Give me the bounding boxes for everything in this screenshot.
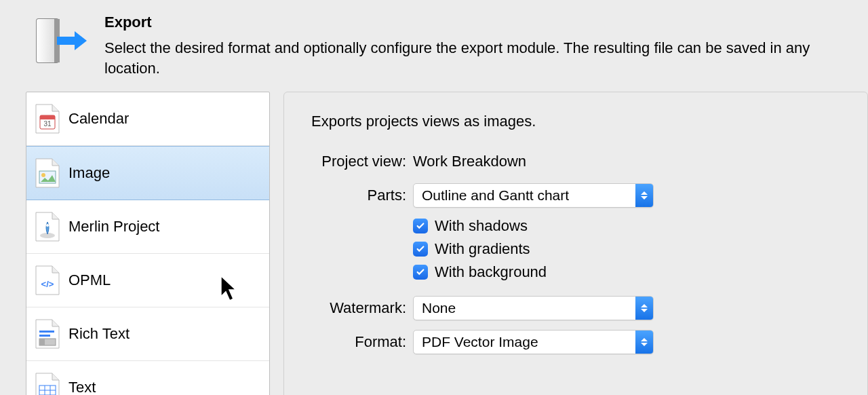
sidebar-item-label: Calendar [68,110,129,128]
opml-icon: </> [35,265,60,296]
options-panel: Exports projects views as images. Projec… [283,92,868,395]
sidebar-item-text[interactable]: Text [26,361,269,395]
svg-rect-14 [39,335,50,337]
gradients-label: With gradients [435,240,530,258]
svg-text:31: 31 [43,120,52,128]
shadows-checkbox[interactable] [413,219,428,233]
svg-marker-4 [75,31,87,50]
svg-rect-6 [40,115,55,119]
parts-select[interactable]: Outline and Gantt chart [413,183,654,208]
shadows-label: With shadows [435,217,528,235]
rich-text-icon [35,318,60,350]
svg-text:</>: </> [41,279,54,289]
parts-label: Parts: [311,187,413,204]
project-view-label: Project view: [311,153,413,170]
format-list: 31 Calendar Image Merlin Project </> OPM… [26,92,270,395]
calendar-icon: 31 [35,103,60,134]
svg-rect-13 [39,331,54,333]
text-icon [35,372,60,395]
sidebar-item-calendar[interactable]: 31 Calendar [26,92,269,146]
page-description: Select the desired format and optionally… [104,38,841,78]
sidebar-item-label: OPML [68,271,111,289]
sidebar-item-label: Rich Text [68,325,130,343]
sidebar-item-label: Image [68,164,110,182]
panel-description: Exports projects views as images. [311,113,840,130]
format-select[interactable]: PDF Vector Image [413,330,654,354]
svg-point-11 [46,224,49,227]
updown-icon [635,184,653,207]
svg-point-9 [41,173,45,177]
sidebar-item-rich-text[interactable]: Rich Text [26,307,269,361]
sidebar-item-merlin-project[interactable]: Merlin Project [26,200,269,254]
background-label: With background [435,263,547,281]
watermark-select[interactable]: None [413,296,654,320]
merlin-icon [35,211,60,242]
watermark-label: Watermark: [311,299,413,317]
sidebar-item-image[interactable]: Image [26,146,269,200]
image-icon [35,157,60,189]
svg-rect-3 [57,37,75,45]
gradients-checkbox[interactable] [413,242,428,257]
sidebar-item-label: Merlin Project [68,218,159,236]
page-title: Export [104,14,841,31]
updown-icon [635,331,653,354]
background-checkbox[interactable] [413,265,428,280]
sidebar-item-opml[interactable]: </> OPML [26,254,269,307]
export-icon [27,14,88,68]
updown-icon [635,297,653,320]
format-label: Format: [311,333,413,351]
project-view-value: Work Breakdown [413,153,526,170]
sidebar-item-label: Text [68,379,96,395]
svg-rect-16 [39,339,45,345]
header: Export Select the desired format and opt… [0,0,868,92]
